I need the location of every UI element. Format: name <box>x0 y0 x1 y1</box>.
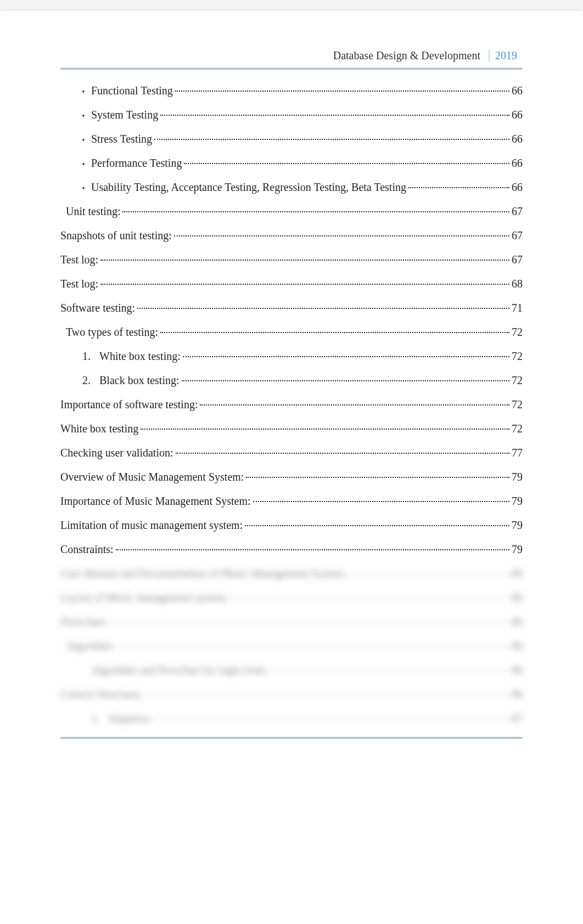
header-year: 2019 <box>489 49 517 61</box>
toc-entry: 1.White box testing: 72 <box>60 351 523 362</box>
toc-text: Limitation of music management system: <box>60 520 243 531</box>
toc-leader <box>153 718 509 719</box>
toc-leader <box>246 477 509 478</box>
toc-page-number: 72 <box>512 326 523 337</box>
toc-text: Usability Testing, Acceptance Testing, R… <box>91 182 406 193</box>
bullet-icon: • <box>76 185 91 193</box>
toc-text: Test log: <box>60 278 98 289</box>
toc-leader <box>143 694 509 695</box>
toc-text: Stress Testing <box>91 133 152 144</box>
table-of-contents: •Functional Testing 66•System Testing 66… <box>60 85 523 724</box>
toc-entry: Software testing: 71 <box>60 302 523 313</box>
toc-leader <box>267 670 509 671</box>
toc-text: Flowchart <box>60 616 105 627</box>
toc-entry: Control Structures 80 <box>60 689 523 700</box>
toc-page-number: 66 <box>512 157 523 168</box>
toc-page-number: 79 <box>512 520 523 531</box>
toc-page-number: 80 <box>512 664 523 675</box>
toc-leader <box>182 380 509 381</box>
toc-text: Importance of Music Management System: <box>60 495 251 506</box>
bullet-icon: • <box>76 161 91 168</box>
toc-entry: •Functional Testing 66 <box>60 85 523 96</box>
toc-text: Constraints: <box>60 544 114 555</box>
toc-entry: Test log: 67 <box>60 254 523 265</box>
toc-entry: Algorithm and flowchart for login form 8… <box>60 664 523 675</box>
toc-text: Software testing: <box>60 302 135 313</box>
document-page: Database Design & Development 2019 •Func… <box>0 11 583 924</box>
toc-leader <box>100 284 509 285</box>
toc-text: Control Structures <box>60 689 141 700</box>
toc-page-number: 79 <box>512 544 523 555</box>
toc-text: System Testing <box>91 109 158 120</box>
toc-page-number: 80 <box>512 592 523 603</box>
toc-leader <box>174 235 509 236</box>
toc-text: Unit testing: <box>66 206 120 217</box>
toc-entry: 1.Sequence 87 <box>60 713 523 724</box>
toc-entry: Importance of software testing: 72 <box>60 399 523 410</box>
toc-leader <box>141 429 509 430</box>
toc-number: 1. <box>82 351 91 362</box>
toc-leader <box>122 211 509 212</box>
toc-text: Algorithm and flowchart for login form <box>91 664 265 675</box>
toc-entry: Checking user validation: 77 <box>60 447 523 458</box>
toc-leader <box>160 332 509 333</box>
toc-page-number: 71 <box>512 302 523 313</box>
header-title: Database Design & Development <box>333 49 480 61</box>
toc-leader <box>408 187 509 188</box>
toc-leader <box>100 260 509 261</box>
toc-page-number: 67 <box>512 254 523 265</box>
toc-leader <box>107 622 509 623</box>
footer-rule <box>60 737 523 739</box>
toc-leader <box>346 573 509 574</box>
header-rule <box>60 67 523 70</box>
toc-entry: User Manual and Documentation of Music M… <box>60 568 523 579</box>
toc-entry: •System Testing 66 <box>60 109 523 120</box>
toc-page-number: 80 <box>512 616 523 627</box>
toc-text: Overview of Music Management System: <box>60 471 244 482</box>
toc-entry: •Usability Testing, Acceptance Testing, … <box>60 182 523 193</box>
toc-entry: •Performance Testing 66 <box>60 157 523 168</box>
toc-leader <box>160 115 509 116</box>
toc-page-number: 80 <box>512 568 523 579</box>
toc-page-number: 72 <box>512 375 523 386</box>
toc-page-number: 72 <box>512 423 523 434</box>
toc-entry: White box testing 72 <box>60 423 523 434</box>
toc-text: Test log: <box>60 254 98 265</box>
toc-page-number: 66 <box>512 133 523 144</box>
toc-page-number: 72 <box>512 351 523 362</box>
toc-entry: Limitation of music management system: 7… <box>60 520 523 531</box>
toc-page-number: 67 <box>512 230 523 241</box>
toc-number: 2. <box>82 375 91 386</box>
toc-leader <box>200 404 509 405</box>
toc-leader <box>228 598 509 599</box>
toc-text: White box testing <box>60 423 138 434</box>
toc-page-number: 79 <box>512 471 523 482</box>
toc-text: Layout of Music management system <box>60 592 226 603</box>
toc-text: Algorithm <box>66 640 111 651</box>
toc-leader <box>154 139 509 140</box>
toc-page-number: 67 <box>512 206 523 217</box>
toc-entry: Importance of Music Management System: 7… <box>60 495 523 506</box>
toc-text: Two types of testing: <box>66 326 158 337</box>
toc-text: Black box testing: <box>99 375 180 386</box>
page-header: Database Design & Development 2019 <box>60 49 523 62</box>
toc-leader <box>183 356 509 357</box>
toc-leader <box>184 163 509 164</box>
toc-page-number: 68 <box>512 278 523 289</box>
toc-text: Sequence <box>108 713 150 724</box>
toc-text: Importance of software testing: <box>60 399 198 410</box>
toc-text: Performance Testing <box>91 157 182 168</box>
toc-leader <box>137 308 509 309</box>
toc-entry: Two types of testing: 72 <box>60 326 523 337</box>
toc-text: Functional Testing <box>91 85 173 96</box>
toc-text: Snapshots of unit testing: <box>60 230 172 241</box>
toc-page-number: 79 <box>512 495 523 506</box>
toc-text: User Manual and Documentation of Music M… <box>60 568 344 579</box>
toc-text: White box testing: <box>99 351 181 362</box>
toc-page-number: 66 <box>512 85 523 96</box>
toc-entry: Snapshots of unit testing: 67 <box>60 230 523 241</box>
toc-entry: Test log: 68 <box>60 278 523 289</box>
bullet-icon: • <box>76 88 91 96</box>
toc-page-number: 72 <box>512 399 523 410</box>
bullet-icon: • <box>76 112 91 120</box>
